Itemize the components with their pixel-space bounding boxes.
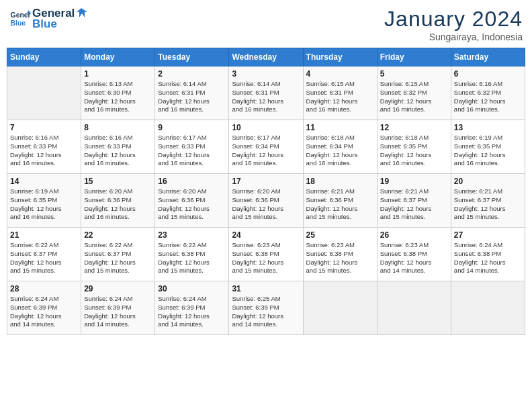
logo: General Blue General Blue	[9, 7, 87, 31]
day-number: 28	[10, 284, 78, 293]
logo-bird-icon	[75, 7, 87, 19]
day-info: Sunrise: 6:20 AMSunset: 6:36 PMDaylight:…	[232, 187, 300, 222]
day-number: 3	[232, 69, 300, 79]
day-number: 20	[454, 177, 522, 186]
calendar-cell: 6Sunrise: 6:16 AMSunset: 6:32 PMDaylight…	[451, 66, 525, 120]
calendar-week-5: 28Sunrise: 6:24 AMSunset: 6:39 PMDayligh…	[7, 281, 525, 335]
calendar-cell: 31Sunrise: 6:25 AMSunset: 6:39 PMDayligh…	[229, 281, 303, 335]
day-number: 22	[84, 230, 152, 240]
title-block: January 2024 Sungairaya, Indonesia	[384, 7, 523, 42]
calendar-cell: 12Sunrise: 6:18 AMSunset: 6:35 PMDayligh…	[377, 120, 451, 174]
day-number: 4	[306, 69, 374, 79]
day-number: 2	[158, 69, 226, 79]
calendar-cell: 23Sunrise: 6:22 AMSunset: 6:38 PMDayligh…	[155, 228, 229, 281]
calendar-cell: 4Sunrise: 6:15 AMSunset: 6:31 PMDaylight…	[303, 66, 377, 120]
calendar-cell: 18Sunrise: 6:21 AMSunset: 6:36 PMDayligh…	[303, 174, 377, 228]
calendar-cell: 17Sunrise: 6:20 AMSunset: 6:36 PMDayligh…	[229, 174, 303, 228]
weekday-friday: Friday	[377, 48, 451, 66]
page-header: General Blue General Blue January 2024 S…	[7, 7, 525, 42]
day-number: 9	[158, 123, 226, 132]
svg-text:Blue: Blue	[11, 19, 26, 27]
day-info: Sunrise: 6:24 AMSunset: 6:39 PMDaylight:…	[84, 295, 152, 329]
weekday-header-row: SundayMondayTuesdayWednesdayThursdayFrid…	[7, 48, 525, 66]
day-number: 5	[380, 69, 448, 79]
day-number: 27	[454, 230, 522, 240]
day-info: Sunrise: 6:17 AMSunset: 6:34 PMDaylight:…	[232, 134, 300, 168]
calendar-cell: 9Sunrise: 6:17 AMSunset: 6:33 PMDaylight…	[155, 120, 229, 174]
day-number: 21	[10, 230, 78, 240]
calendar-cell: 19Sunrise: 6:21 AMSunset: 6:37 PMDayligh…	[377, 174, 451, 228]
day-info: Sunrise: 6:18 AMSunset: 6:34 PMDaylight:…	[306, 134, 374, 168]
calendar-cell: 13Sunrise: 6:19 AMSunset: 6:35 PMDayligh…	[451, 120, 525, 174]
day-number: 6	[454, 69, 522, 79]
calendar-cell	[303, 281, 377, 335]
day-info: Sunrise: 6:16 AMSunset: 6:32 PMDaylight:…	[454, 80, 522, 114]
calendar-cell: 24Sunrise: 6:23 AMSunset: 6:38 PMDayligh…	[229, 228, 303, 281]
calendar-cell: 26Sunrise: 6:23 AMSunset: 6:38 PMDayligh…	[377, 228, 451, 281]
logo-icon: General Blue	[9, 8, 31, 30]
day-info: Sunrise: 6:22 AMSunset: 6:37 PMDaylight:…	[84, 241, 152, 275]
weekday-monday: Monday	[81, 48, 155, 66]
calendar-week-4: 21Sunrise: 6:22 AMSunset: 6:37 PMDayligh…	[7, 228, 525, 281]
location-title: Sungairaya, Indonesia	[384, 32, 523, 42]
day-number: 24	[232, 230, 300, 240]
day-info: Sunrise: 6:21 AMSunset: 6:37 PMDaylight:…	[380, 187, 448, 222]
calendar-table: SundayMondayTuesdayWednesdayThursdayFrid…	[7, 48, 525, 335]
day-info: Sunrise: 6:24 AMSunset: 6:39 PMDaylight:…	[10, 295, 78, 329]
day-number: 17	[232, 177, 300, 186]
calendar-cell	[451, 281, 525, 335]
calendar-cell: 7Sunrise: 6:16 AMSunset: 6:33 PMDaylight…	[7, 120, 81, 174]
day-number: 13	[454, 123, 522, 132]
day-info: Sunrise: 6:14 AMSunset: 6:31 PMDaylight:…	[232, 80, 300, 114]
calendar-cell: 29Sunrise: 6:24 AMSunset: 6:39 PMDayligh…	[81, 281, 155, 335]
day-info: Sunrise: 6:23 AMSunset: 6:38 PMDaylight:…	[306, 241, 374, 275]
calendar-cell: 16Sunrise: 6:20 AMSunset: 6:36 PMDayligh…	[155, 174, 229, 228]
calendar-cell	[7, 66, 81, 120]
day-info: Sunrise: 6:17 AMSunset: 6:33 PMDaylight:…	[158, 134, 226, 168]
day-number: 12	[380, 123, 448, 132]
day-info: Sunrise: 6:21 AMSunset: 6:37 PMDaylight:…	[454, 187, 522, 222]
weekday-wednesday: Wednesday	[229, 48, 303, 66]
calendar-week-3: 14Sunrise: 6:19 AMSunset: 6:35 PMDayligh…	[7, 174, 525, 228]
day-number: 7	[10, 123, 78, 132]
day-info: Sunrise: 6:18 AMSunset: 6:35 PMDaylight:…	[380, 134, 448, 168]
day-number: 31	[232, 284, 300, 293]
day-number: 25	[306, 230, 374, 240]
day-info: Sunrise: 6:21 AMSunset: 6:36 PMDaylight:…	[306, 187, 374, 222]
weekday-tuesday: Tuesday	[155, 48, 229, 66]
calendar-cell: 30Sunrise: 6:24 AMSunset: 6:39 PMDayligh…	[155, 281, 229, 335]
weekday-thursday: Thursday	[303, 48, 377, 66]
day-number: 30	[158, 284, 226, 293]
month-title: January 2024	[384, 7, 523, 32]
day-info: Sunrise: 6:22 AMSunset: 6:38 PMDaylight:…	[158, 241, 226, 275]
day-info: Sunrise: 6:15 AMSunset: 6:32 PMDaylight:…	[380, 80, 448, 114]
calendar-cell: 3Sunrise: 6:14 AMSunset: 6:31 PMDaylight…	[229, 66, 303, 120]
day-info: Sunrise: 6:24 AMSunset: 6:38 PMDaylight:…	[454, 241, 522, 275]
day-number: 8	[84, 123, 152, 132]
weekday-sunday: Sunday	[7, 48, 81, 66]
calendar-cell: 27Sunrise: 6:24 AMSunset: 6:38 PMDayligh…	[451, 228, 525, 281]
calendar-week-1: 1Sunrise: 6:13 AMSunset: 6:30 PMDaylight…	[7, 66, 525, 120]
calendar-cell: 20Sunrise: 6:21 AMSunset: 6:37 PMDayligh…	[451, 174, 525, 228]
svg-marker-3	[77, 8, 87, 17]
day-number: 23	[158, 230, 226, 240]
day-info: Sunrise: 6:19 AMSunset: 6:35 PMDaylight:…	[10, 187, 78, 222]
day-number: 16	[158, 177, 226, 186]
day-info: Sunrise: 6:16 AMSunset: 6:33 PMDaylight:…	[10, 134, 78, 168]
day-info: Sunrise: 6:24 AMSunset: 6:39 PMDaylight:…	[158, 295, 226, 329]
day-info: Sunrise: 6:19 AMSunset: 6:35 PMDaylight:…	[454, 134, 522, 168]
day-number: 11	[306, 123, 374, 132]
weekday-saturday: Saturday	[451, 48, 525, 66]
day-info: Sunrise: 6:25 AMSunset: 6:39 PMDaylight:…	[232, 295, 300, 329]
calendar-cell: 8Sunrise: 6:16 AMSunset: 6:33 PMDaylight…	[81, 120, 155, 174]
day-number: 14	[10, 177, 78, 186]
calendar-cell: 21Sunrise: 6:22 AMSunset: 6:37 PMDayligh…	[7, 228, 81, 281]
calendar-cell: 10Sunrise: 6:17 AMSunset: 6:34 PMDayligh…	[229, 120, 303, 174]
day-number: 10	[232, 123, 300, 132]
calendar-cell: 28Sunrise: 6:24 AMSunset: 6:39 PMDayligh…	[7, 281, 81, 335]
day-info: Sunrise: 6:20 AMSunset: 6:36 PMDaylight:…	[158, 187, 226, 222]
calendar-cell: 11Sunrise: 6:18 AMSunset: 6:34 PMDayligh…	[303, 120, 377, 174]
day-info: Sunrise: 6:20 AMSunset: 6:36 PMDaylight:…	[84, 187, 152, 222]
calendar-cell: 1Sunrise: 6:13 AMSunset: 6:30 PMDaylight…	[81, 66, 155, 120]
calendar-week-2: 7Sunrise: 6:16 AMSunset: 6:33 PMDaylight…	[7, 120, 525, 174]
